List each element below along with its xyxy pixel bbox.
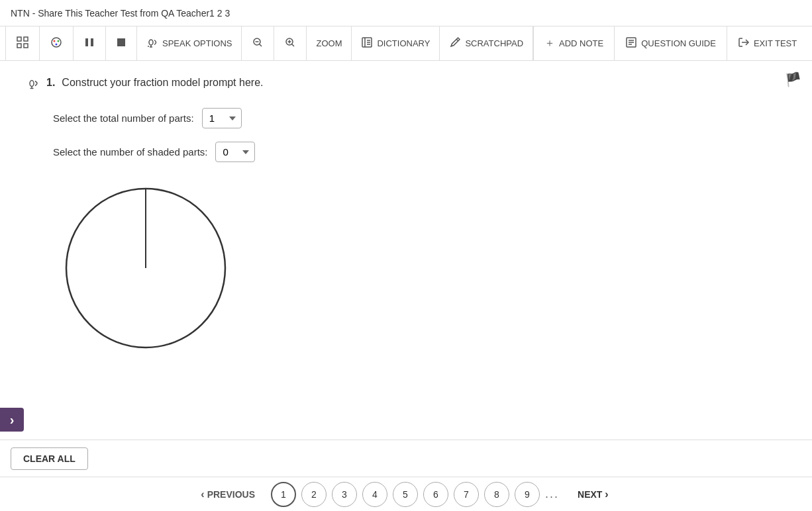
page-2-button[interactable]: 2 xyxy=(301,482,327,507)
svg-rect-1 xyxy=(24,37,28,41)
exit-test-icon xyxy=(738,36,750,50)
dictionary-label: DICTIONARY xyxy=(377,38,430,48)
shaded-parts-row: Select the number of shaded parts: 0 1 xyxy=(53,142,786,162)
question-guide-label: QUESTION GUIDE xyxy=(641,38,716,48)
exit-test-button[interactable]: EXIT TEST xyxy=(727,26,807,61)
zoom-label-button[interactable]: ZOOM xyxy=(307,26,352,61)
add-note-button[interactable]: ＋ ADD NOTE xyxy=(533,26,614,61)
svg-rect-9 xyxy=(91,38,93,46)
question-header: 1. Construct your fraction model prompt … xyxy=(26,77,786,92)
stop-button[interactable] xyxy=(106,26,137,61)
speak-options-button[interactable]: SPEAK OPTIONS xyxy=(137,26,242,61)
add-note-icon: ＋ xyxy=(544,36,555,50)
zoom-label: ZOOM xyxy=(316,38,342,48)
page-3-button[interactable]: 3 xyxy=(332,482,357,507)
speaker-button[interactable] xyxy=(26,77,40,92)
question-text: Construct your fraction model prompt her… xyxy=(62,77,263,89)
stop-icon xyxy=(117,38,126,49)
page-3-label: 3 xyxy=(342,489,347,500)
dictionary-button[interactable]: DICTIONARY xyxy=(352,26,440,61)
toolbar-right: ＋ ADD NOTE QUESTION GUIDE xyxy=(533,26,807,61)
palette-button[interactable] xyxy=(40,26,74,61)
previous-label: PREVIOUS xyxy=(207,489,255,500)
pause-button[interactable] xyxy=(74,26,106,61)
total-parts-row: Select the total number of parts: 1 2 3 … xyxy=(53,108,786,128)
page-1-button[interactable]: 1 xyxy=(271,482,296,507)
page-title: NTN - Share This Teacher Test from QA Te… xyxy=(11,8,230,19)
question-guide-button[interactable]: QUESTION GUIDE xyxy=(614,26,727,61)
svg-line-15 xyxy=(260,44,262,47)
main-content: 🏴 1. Construct your fraction model promp… xyxy=(0,61,812,440)
speak-options-label: SPEAK OPTIONS xyxy=(162,38,232,48)
svg-rect-3 xyxy=(24,44,28,48)
svg-point-5 xyxy=(54,40,56,42)
page-7-label: 7 xyxy=(464,489,469,500)
expand-icon: › xyxy=(10,412,15,428)
zoom-out-icon xyxy=(252,37,263,50)
svg-rect-10 xyxy=(117,38,125,46)
fraction-circle xyxy=(53,175,786,363)
zoom-out-button[interactable] xyxy=(242,26,274,61)
page-5-button[interactable]: 5 xyxy=(393,482,418,507)
add-note-label: ADD NOTE xyxy=(559,38,603,48)
pause-icon xyxy=(84,37,95,50)
page-7-button[interactable]: 7 xyxy=(454,482,479,507)
svg-point-32 xyxy=(30,81,34,87)
page-1-label: 1 xyxy=(281,489,286,500)
page-2-label: 2 xyxy=(311,489,317,500)
svg-line-18 xyxy=(292,44,295,47)
question-number: 1. xyxy=(46,77,55,89)
expand-panel-button[interactable]: › xyxy=(0,408,24,432)
nav-dots: ... xyxy=(545,487,559,501)
flag-icon: 🏴 xyxy=(785,72,801,87)
question-guide-icon xyxy=(625,36,637,50)
flag-button[interactable]: 🏴 xyxy=(785,71,801,87)
title-bar: NTN - Share This Teacher Test from QA Te… xyxy=(0,0,812,26)
chevron-left-icon: ‹ xyxy=(201,488,204,500)
chevron-right-icon: › xyxy=(605,488,608,500)
bottom-bar: CLEAR ALL xyxy=(0,440,812,477)
scratchpad-icon xyxy=(449,36,461,50)
exit-test-label: EXIT TEST xyxy=(754,38,797,48)
clear-all-button[interactable]: CLEAR ALL xyxy=(11,447,88,470)
page-8-label: 8 xyxy=(494,489,499,500)
next-label: NEXT xyxy=(578,489,602,500)
svg-point-6 xyxy=(58,40,60,42)
svg-point-7 xyxy=(56,44,58,46)
scratchpad-button[interactable]: SCRATCHPAD xyxy=(440,26,533,61)
zoom-in-button[interactable] xyxy=(274,26,307,61)
zoom-in-icon xyxy=(285,37,295,50)
page-6-button[interactable]: 6 xyxy=(423,482,448,507)
page-4-label: 4 xyxy=(372,489,378,500)
dictionary-icon xyxy=(361,36,373,50)
total-parts-select[interactable]: 1 2 3 4 5 xyxy=(202,108,242,128)
speak-icon xyxy=(146,36,158,50)
circle-svg xyxy=(53,175,238,361)
svg-rect-8 xyxy=(85,38,88,46)
page-5-label: 5 xyxy=(403,489,408,500)
svg-point-4 xyxy=(52,38,61,47)
svg-rect-2 xyxy=(17,44,21,48)
shaded-parts-select[interactable]: 0 1 xyxy=(215,142,255,162)
palette-icon xyxy=(50,36,62,50)
page-6-label: 6 xyxy=(433,489,438,500)
grid-icon xyxy=(17,36,28,50)
svg-rect-0 xyxy=(17,37,21,41)
toolbar: SPEAK OPTIONS ZOOM xyxy=(0,26,812,61)
scratchpad-label: SCRATCHPAD xyxy=(465,38,523,48)
page-9-label: 9 xyxy=(525,489,530,500)
page-9-button[interactable]: 9 xyxy=(515,482,540,507)
svg-point-11 xyxy=(149,40,153,45)
total-parts-label: Select the total number of parts: xyxy=(53,113,194,124)
page-8-button[interactable]: 8 xyxy=(484,482,509,507)
previous-button[interactable]: ‹ PREVIOUS xyxy=(190,488,266,500)
svg-line-26 xyxy=(456,39,458,41)
navigation-bar: ‹ PREVIOUS 1 2 3 4 5 6 7 8 9 ... NEXT › xyxy=(0,477,812,511)
next-button[interactable]: NEXT › xyxy=(564,483,622,506)
page-4-button[interactable]: 4 xyxy=(362,482,387,507)
shaded-parts-label: Select the number of shaded parts: xyxy=(53,146,207,158)
grid-button[interactable] xyxy=(5,26,40,61)
